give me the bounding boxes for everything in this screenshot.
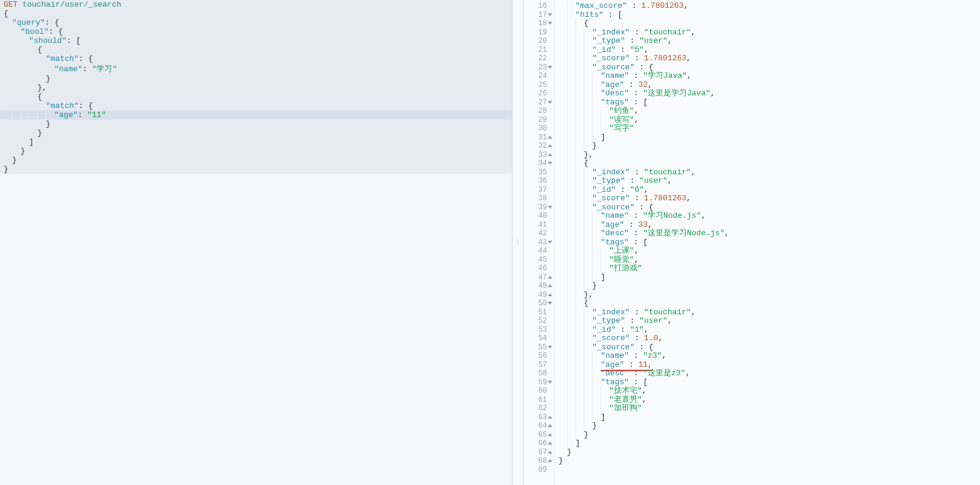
code-line: "技术宅", [558,387,980,396]
line-number[interactable]: 34 [523,159,553,168]
code-line: "_id" : "6", [558,186,980,195]
line-number: 19 [523,28,553,37]
line-number[interactable]: 47 [523,273,553,282]
code-line: } [558,422,980,431]
response-code[interactable]: "max_score" : 1.7801263,"hits" : [{"_ind… [555,0,980,485]
response-viewer-pane: 1617181920212223242526272829303132333435… [523,0,980,485]
pane-splitter[interactable]: ⋮ [513,0,523,485]
http-method: GET [4,0,17,9]
request-code[interactable]: GET touchair/user/_search { "query": { "… [0,0,512,485]
code-line: "睡觉", [558,256,980,265]
code-line: "_source" : { [558,63,980,72]
line-number: 24 [523,72,553,81]
line-number[interactable]: 65 [523,431,553,440]
line-number[interactable]: 63 [523,413,553,422]
request-url: touchair/user/_search [22,0,121,9]
request-editor-pane: GET touchair/user/_search { "query": { "… [0,0,513,485]
line-number[interactable]: 32 [523,142,553,151]
line-number[interactable]: 67 [523,448,553,457]
line-number: 22 [523,54,553,63]
code-line: }, [558,291,980,300]
code-line: { [558,299,980,308]
line-number[interactable]: 31 [523,133,553,142]
line-number-gutter[interactable]: 1617181920212223242526272829303132333435… [523,0,555,485]
code-line: "age" : 32, [558,81,980,90]
line-number: 36 [523,177,553,186]
line-number: 28 [523,107,553,116]
line-number: 46 [523,264,553,273]
code-line: "age" : 33, [558,221,980,230]
line-number: 25 [523,81,553,90]
line-number: 20 [523,37,553,46]
line-number[interactable]: 49 [523,291,553,300]
code-line: "name" : "学习Java", [558,72,980,81]
code-line: "name" : "z3", [558,352,980,361]
code-line: "加班狗" [558,404,980,413]
code-line: "_score" : 1.0, [558,334,980,343]
code-line: "_type" : "user", [558,37,980,46]
code-line: "_id" : "5", [558,46,980,55]
line-number[interactable]: 50 [523,299,553,308]
line-number: 42 [523,229,553,238]
line-number[interactable]: 39 [523,203,553,212]
line-number: 16 [523,2,553,11]
line-number: 62 [523,404,553,413]
code-line: ] [558,413,980,422]
drag-handle-icon: ⋮ [514,242,521,244]
line-number[interactable]: 55 [523,343,553,352]
line-number[interactable]: 48 [523,282,553,291]
line-number[interactable]: 27 [523,98,553,107]
code-line: "age" : 11, [558,361,980,370]
code-line: "老直男", [558,396,980,405]
line-number[interactable]: 18 [523,19,553,28]
line-number: 52 [523,317,553,326]
line-number: 45 [523,256,553,265]
code-line: "tags" : [ [558,98,980,107]
line-number[interactable]: 68 [523,457,553,466]
line-number[interactable]: 64 [523,422,553,431]
line-number: 40 [523,212,553,221]
code-line: "_score" : 1.7801263, [558,54,980,63]
code-line: "hits" : [ [558,11,980,20]
code-line: } [558,431,980,440]
code-line: "tags" : [ [558,238,980,247]
code-line: "_score" : 1.7801263, [558,194,980,203]
code-line: { [558,19,980,28]
line-number: 61 [523,396,553,405]
code-line: "钓鱼", [558,107,980,116]
code-line: }, [558,151,980,160]
line-number: 57 [523,361,553,370]
code-line: "上课", [558,247,980,256]
code-line: } [558,282,980,291]
line-number: 53 [523,326,553,335]
line-number[interactable]: 23 [523,63,553,72]
code-line: } [558,457,980,466]
code-line: "desc" : "这里是学习Java", [558,89,980,98]
code-line: "_id" : "1", [558,326,980,335]
line-number: 54 [523,334,553,343]
code-line: "_index" : "touchair", [558,28,980,37]
line-number[interactable]: 59 [523,378,553,387]
line-number[interactable]: 43 [523,238,553,247]
code-line: } [558,448,980,457]
code-line: "desc" : "这里是z3", [558,369,980,378]
code-line: "max_score" : 1.7801263, [558,2,980,11]
line-number[interactable]: 33 [523,151,553,160]
code-line: ] [558,273,980,282]
code-line: "name" : "学习Node.js", [558,212,980,221]
code-line: } [558,142,980,151]
code-line: { [558,159,980,168]
code-line: "desc" : "这里是学习Node.js", [558,229,980,238]
line-number: 69 [523,466,553,475]
line-number: 60 [523,387,553,396]
code-line: "tags" : [ [558,378,980,387]
code-line [558,466,980,475]
code-line: "_index" : "touchair", [558,308,980,317]
line-number: 37 [523,186,553,195]
line-number: 44 [523,247,553,256]
line-number: 41 [523,221,553,230]
line-number[interactable]: 17 [523,11,553,20]
line-number: 30 [523,124,553,133]
line-number[interactable]: 66 [523,439,553,448]
line-number: 29 [523,116,553,125]
